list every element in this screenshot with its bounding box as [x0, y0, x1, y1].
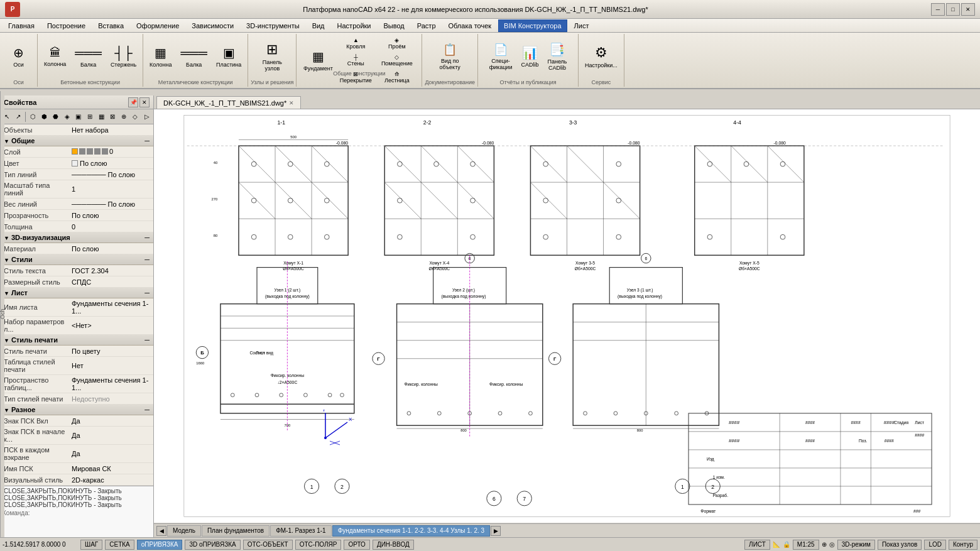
ribbon-btn-kolonna-m[interactable]: ▦ Колонна [146, 40, 175, 74]
drawing-area[interactable]: 1-1 2-2 3-3 4-4 500 Хомут Х-1 Øб×А500С [154, 109, 980, 523]
bottom-tab-plan[interactable]: План фундаментов [202, 525, 270, 537]
toolbar-scale-btn[interactable]: ⬣ [50, 111, 61, 123]
tab-scroll-right[interactable]: ▶ [491, 526, 501, 536]
menu-item-2[interactable]: Вставка [92, 19, 129, 32]
toolbar-fillet-btn[interactable]: ◇ [130, 111, 141, 123]
toolbar-mirror-btn[interactable]: ◈ [62, 111, 72, 123]
svg-text:4-4: 4-4 [733, 119, 741, 126]
ribbon-btn-settings[interactable]: ⚙ Настройки... [581, 40, 621, 74]
ribbon-btn-plastina[interactable]: ▣ Пластина [212, 40, 245, 74]
toolbar-extend-btn[interactable]: ⊕ [119, 111, 129, 123]
ribbon-btn-vid[interactable]: 📋 Вид пообъекту [436, 40, 464, 74]
section-list-collapse-icon: ─ [144, 289, 150, 297]
menu-item-6[interactable]: Вид [307, 19, 330, 32]
prop-prozr: Прозрачность По слою [0, 210, 153, 221]
close-button[interactable]: ✕ [961, 3, 975, 16]
status-btn-shag[interactable]: ШАГ [80, 540, 102, 550]
svg-text:-0.080: -0.080 [482, 141, 494, 145]
bottom-tab-sechen[interactable]: Фундаменты сечения 1-1. 2-2. 3-3. 4-4 Уз… [332, 525, 490, 537]
ribbon-btn-kolonna-c[interactable]: 🏛 Колонна [40, 40, 70, 74]
doc-tab-close[interactable]: ✕ [289, 100, 294, 106]
status-btn-3d-oprivyazka[interactable]: 3D оПРИВЯЗКА [185, 540, 240, 550]
section-misc-collapse-icon: ─ [144, 406, 150, 413]
section-misc-header[interactable]: ▼Разное ─ [0, 405, 153, 415]
section-list-header[interactable]: ▼Лист ─ [0, 288, 153, 298]
svg-text:####: #### [729, 438, 740, 444]
menu-item-11[interactable]: BIM Конструктора [498, 19, 567, 32]
ribbon-btn-steny[interactable]: ┼ Стены [337, 52, 375, 68]
ribbon-btn-panel-cadlib[interactable]: 📑 ПанельCADlib [543, 40, 570, 74]
section-stili-header[interactable]: ▼Стили ─ [0, 254, 153, 265]
ribbon-btn-balka-c[interactable]: ═══ Балка [71, 40, 106, 74]
menu-item-4[interactable]: Зависимости [186, 19, 239, 32]
status-icon-snap: ⊕ [822, 541, 827, 548]
menu-item-7[interactable]: Настройки [332, 19, 377, 32]
status-btn-3d-rezhim[interactable]: 3D-режим [837, 540, 875, 550]
svg-text:####: #### [915, 433, 924, 437]
toolbar-node-btn[interactable]: ↗ [13, 111, 23, 123]
prop-imya-lista-label: Имя листа [0, 303, 69, 312]
ribbon-group-nodes-label: Узлы и решения [251, 78, 293, 85]
prop-znak-psk-vkl-value: Да [69, 417, 153, 425]
toolbar-stretch-btn[interactable]: ▦ [96, 111, 107, 123]
toolbar-more-btn[interactable]: ▷ [141, 111, 152, 123]
cmd-input-row: Команда: [3, 510, 151, 516]
prop-tabl-stiley: Таблица стилей печати Нет [0, 357, 153, 375]
status-btn-kontur[interactable]: Контур [949, 540, 977, 550]
section-3d-header[interactable]: ▼3D-визуализация ─ [0, 232, 153, 243]
status-btn-ots-obekt[interactable]: ОТС-ОБЪЕКТ [243, 540, 293, 550]
section-general-header[interactable]: ▼Общие ─ [0, 136, 153, 146]
toolbar-rotate-btn[interactable]: ⬢ [39, 111, 50, 123]
objects-label: Объекты [0, 126, 69, 134]
ribbon-btn-osi[interactable]: ⊕ Оси [7, 40, 31, 74]
ribbon-btn-balka-m[interactable]: ═══ Балка [177, 40, 211, 74]
ribbon-btn-spec[interactable]: 📄 Специ-фикации [486, 40, 516, 74]
tab-scroll-left[interactable]: ◀ [156, 526, 166, 536]
window-controls[interactable]: ─ □ ✕ [931, 3, 975, 16]
ribbon-btn-pomeshenie[interactable]: ◇ Помещение [375, 52, 419, 68]
status-btn-scale[interactable]: M1:25 [793, 540, 819, 550]
status-btn-lod[interactable]: LOD [924, 540, 946, 550]
menu-item-1[interactable]: Построение [41, 19, 91, 32]
toolbar-move-btn[interactable]: ⬡ [28, 111, 38, 123]
bottom-tab-razrez[interactable]: ФМ-1. Разрез 1-1 [270, 525, 331, 537]
status-btn-setka[interactable]: СЕТКА [105, 540, 134, 550]
panel-title: Свойства [4, 99, 36, 106]
menu-item-5[interactable]: 3D-инструменты [241, 19, 305, 32]
section-print-header[interactable]: ▼Стиль печати ─ [0, 335, 153, 346]
toolbar-array-btn[interactable]: ⊞ [85, 111, 95, 123]
doc-tab-active[interactable]: DK-GCH_КЖ_-1_П_ТТ_NBIMS21.dwg* ✕ [156, 96, 301, 109]
menu-item-3[interactable]: Оформление [131, 19, 185, 32]
status-btn-list[interactable]: ЛИСТ [744, 540, 770, 550]
svg-text:1: 1 [681, 484, 684, 490]
status-btn-din-vvod[interactable]: ДИН-ВВОД [373, 540, 414, 550]
menu-item-8[interactable]: Вывод [378, 19, 410, 32]
prop-sloi-value: 0 [69, 147, 153, 156]
menu-item-9[interactable]: Растр [411, 19, 442, 32]
toolbar-trim-btn[interactable]: ⊠ [107, 111, 118, 123]
ribbon-btn-fundament[interactable]: ▦ Фундамент [300, 43, 337, 77]
ribbon-btn-sterzhen[interactable]: ┤├ Стержень [107, 40, 140, 74]
panel-pin-button[interactable]: 📌 [128, 97, 138, 107]
ribbon-btn-krovlya[interactable]: ▲ Кровля [337, 35, 375, 52]
menu-item-12[interactable]: Лист [569, 19, 595, 32]
toolbar-copy-btn[interactable]: ▣ [73, 111, 84, 123]
status-btn-oprivyazka[interactable]: оПРИВЯЗКА [137, 540, 183, 550]
cmd-input-field[interactable] [33, 510, 151, 516]
minimize-button[interactable]: ─ [931, 3, 945, 16]
ribbon-btn-cadlib[interactable]: 📊 CADlib [517, 40, 542, 74]
maximize-button[interactable]: □ [946, 3, 960, 16]
ribbon-btn-proem[interactable]: ◈ Проём [375, 35, 419, 52]
status-btn-pokaz-uzlov[interactable]: Показ узлов [878, 540, 922, 550]
ribbon-btn-panel-nodes[interactable]: ⊞ Панельузлов [259, 40, 286, 74]
bottom-tab-razrez-label: ФМ-1. Разрез 1-1 [276, 527, 325, 534]
menu-item-10[interactable]: Облака точек [443, 19, 498, 32]
status-btn-ots-polyar[interactable]: ОТС-ПОЛЯР [295, 540, 342, 550]
menu-item-0[interactable]: Главная [3, 19, 40, 32]
panel-close-button[interactable]: ✕ [139, 97, 150, 107]
bottom-tab-model[interactable]: Модель [167, 525, 201, 537]
kolonna-m-icon: ▦ [155, 45, 166, 60]
section-general-title: Общие [11, 137, 35, 145]
status-btn-orto[interactable]: ОРТО [344, 540, 369, 550]
osi-icon: ⊕ [13, 45, 24, 60]
